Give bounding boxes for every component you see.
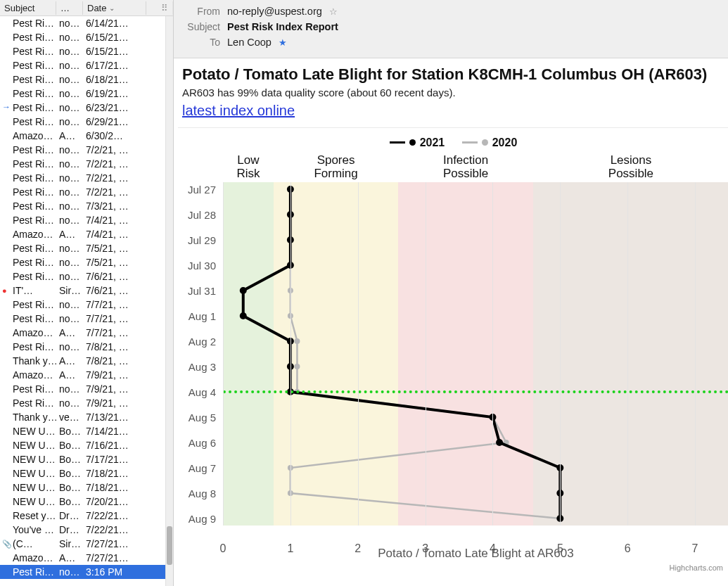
row-subject: IT'… [13,285,59,296]
svg-point-18 [240,287,247,294]
table-row[interactable]: Amazo…A…7/7/21, … [0,326,173,340]
row-subject: Pest Ri… [13,257,59,268]
table-row[interactable]: Pest Ri…no…6/17/21… [0,58,173,72]
col-date[interactable]: Date ⌄ [83,1,146,15]
row-date: 7/5/21, … [86,257,169,268]
x-tick: 0 [220,542,226,555]
row-subject: Pest Ri… [13,116,59,127]
table-row[interactable]: Pest Ri…no…3:16 PM [0,565,173,579]
legend-item-2020[interactable]: 2020 [462,136,518,149]
table-row[interactable]: NEW U…Bo…7/14/21… [0,424,173,438]
band-label: SporesForming [274,153,398,181]
row-subject: Reset y… [13,510,59,521]
table-row[interactable]: Pest Ri…no…7/5/21, … [0,241,173,255]
band-label: InfectionPossible [398,153,533,181]
message-header: From no-reply@uspest.org ☆ Subject Pest … [174,0,728,58]
table-row[interactable]: Pest Ri…no…7/6/21, … [0,269,173,284]
table-row[interactable]: Pest Ri…no…6/19/21… [0,87,173,101]
x-tick: 2 [355,542,361,555]
row-subject: Pest Ri… [13,341,59,352]
x-tick: 6 [625,542,631,555]
table-row[interactable]: Thank y…A…7/8/21, … [0,354,173,368]
table-row[interactable]: Pest Ri…no…7/7/21, … [0,312,173,326]
col-subject[interactable]: Subject [0,1,56,15]
y-tick: Aug 6 [189,436,216,448]
col-dots[interactable]: … [56,1,83,15]
table-row[interactable]: Pest Ri…no…7/2/21, … [0,157,173,171]
svg-point-6 [294,338,300,344]
table-row[interactable]: Pest Ri…no…7/2/21, … [0,185,173,199]
y-tick: Jul 27 [188,183,216,195]
star-icon[interactable]: ☆ [329,6,338,17]
table-row[interactable]: ●IT'…Sir…7/6/21, … [0,284,173,298]
row-subject: Pest Ri… [13,215,59,226]
scrollbar[interactable] [165,16,173,586]
table-row[interactable]: Reset y…Dr…7/22/21… [0,509,173,523]
table-row[interactable]: Pest Ri…no…7/7/21, … [0,298,173,312]
table-row[interactable]: Pest Ri…no…6/18/21… [0,72,173,87]
table-row[interactable]: Pest Ri…no…7/2/21, … [0,171,173,185]
table-row[interactable]: NEW U…Bo…7/20/21… [0,495,173,509]
row-date: 7/16/21… [86,440,169,451]
row-from: no… [59,341,86,352]
row-subject: Pest Ri… [13,299,59,310]
table-row[interactable]: Amazo…A…7/9/21, … [0,368,173,382]
row-subject: Thank y… [13,355,59,367]
row-subject: NEW U… [13,468,59,479]
row-subject: NEW U… [13,496,59,507]
table-row[interactable]: NEW U…Bo…7/18/21… [0,480,173,495]
row-date: 7/2/21, … [86,172,169,184]
table-row[interactable]: Pest Ri…no…7/4/21, … [0,213,173,227]
row-from: no… [59,313,86,324]
message-body: Potato / Tomato Late Blight for Station … [174,58,728,586]
table-row[interactable]: Amazo…A…6/30/2… [0,129,173,143]
body-title: Potato / Tomato Late Blight for Station … [174,65,728,87]
row-from: no… [59,299,86,310]
column-picker-icon[interactable]: ⠿ [146,1,173,15]
row-subject: Pest Ri… [13,88,59,99]
row-from: no… [59,257,86,268]
table-row[interactable]: Pest Ri…no…7/2/21, … [0,143,173,157]
table-row[interactable]: Amazo…A…7/27/21… [0,551,173,565]
table-row[interactable]: Pest Ri…no…7/9/21, … [0,396,173,410]
table-row[interactable]: Pest Ri…no…6/14/21… [0,16,173,30]
row-subject: You've … [13,524,59,535]
table-row[interactable]: NEW U…Bo…7/16/21… [0,438,173,452]
row-from: Bo… [59,468,86,479]
table-row[interactable]: Amazo…A…7/4/21, … [0,227,173,241]
message-rows[interactable]: Pest Ri…no…6/14/21…Pest Ri…no…6/15/21…Pe… [0,16,173,586]
table-row[interactable]: Pest Ri…no…7/5/21, … [0,255,173,269]
star-icon[interactable]: ★ [279,37,287,48]
table-row[interactable]: NEW U…Bo…7/18/21… [0,466,173,480]
scrollbar-thumb[interactable] [167,526,172,565]
row-subject: Amazo… [13,327,59,338]
to-value[interactable]: Len Coop [227,37,272,48]
table-row[interactable]: You've …Dr…7/22/21… [0,523,173,537]
table-row[interactable]: NEW U…Bo…7/17/21… [0,452,173,466]
svg-point-19 [240,312,247,319]
row-from: A… [59,369,86,381]
row-date: 7/8/21, … [86,341,169,352]
table-row[interactable]: 📎(C…Sir…7/27/21… [0,537,173,551]
row-date: 7/22/21… [86,524,169,535]
table-row[interactable]: Pest Ri…no…7/3/21, … [0,199,173,213]
y-tick: Aug 8 [189,487,216,499]
from-value[interactable]: no-reply@uspest.org [227,6,322,17]
table-row[interactable]: Pest Ri…no…7/9/21, … [0,382,173,396]
table-row[interactable]: Thank y…ve…7/13/21… [0,410,173,424]
latest-index-link[interactable]: latest index online [182,103,295,119]
table-row[interactable]: Pest Ri…no…6/15/21… [0,44,173,58]
table-row[interactable]: →Pest Ri…no…6/23/21… [0,101,173,115]
gridline [426,182,426,526]
table-row[interactable]: Pest Ri…no…6/15/21… [0,30,173,44]
legend-label-0: 2021 [420,136,445,149]
table-row[interactable]: Pest Ri…no…6/29/21… [0,115,173,129]
row-from: ve… [59,412,86,423]
legend-item-2021[interactable]: 2021 [390,136,445,149]
row-date: 7/4/21, … [86,215,169,226]
table-row[interactable]: Pest Ri…no…7/8/21, … [0,340,173,354]
row-date: 7/9/21, … [86,369,169,381]
row-date: 6/14/21… [86,18,169,29]
row-subject: Pest Ri… [13,46,59,57]
row-subject: (C… [13,538,59,549]
